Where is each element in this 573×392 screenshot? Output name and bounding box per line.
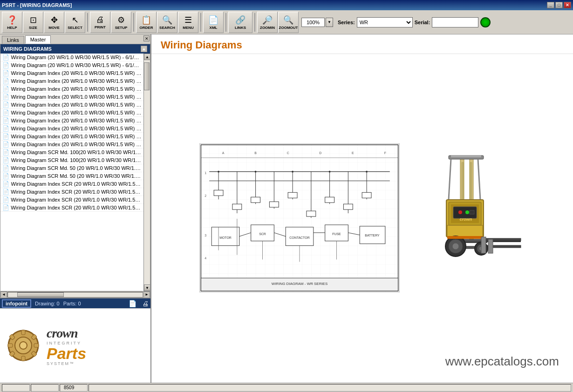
tree-item[interactable]: 📄Wiring Diagram Index (20 WR/1.0 WR/30 W… xyxy=(0,109,143,117)
size-button[interactable]: ⊡ SIZE xyxy=(23,12,43,33)
tree-item[interactable]: 📄Wiring Diagram SCR Md. 100(20 WR/1.0 WR… xyxy=(0,156,143,164)
tree-item[interactable]: 📄Wiring Diagram Index SCR (20 WR/1.0 WR/… xyxy=(0,196,143,204)
series-select[interactable]: WR xyxy=(357,17,413,27)
tree-inner: 📄Wiring Diagram (20 WR/1.0 WR/30 WR/1.5 … xyxy=(0,54,150,291)
left-panel: Links Master ✕ WIRING DIAGRAMS ▲ 📄Wiring… xyxy=(0,34,151,383)
xml-button[interactable]: 📄 XML xyxy=(203,12,224,33)
zoomout-button[interactable]: 🔍 ZOOMOUT xyxy=(278,12,299,33)
hscroll-left-arrow[interactable]: ◄ xyxy=(0,291,7,298)
go-button[interactable] xyxy=(480,17,491,27)
tab-master[interactable]: Master xyxy=(25,35,51,44)
serial-input[interactable] xyxy=(432,17,478,27)
tree-item-label: Wiring Diagram Index (20 WR/1.0 WR/30 WR… xyxy=(11,126,142,131)
tab-row: Links Master ✕ xyxy=(0,34,150,44)
tree-item-icon: 📄 xyxy=(2,204,9,211)
tree-vertical-scrollbar[interactable]: ▲ ▼ xyxy=(143,54,150,291)
tree-item[interactable]: 📄Wiring Diagram Index (20 WR/1.0 WR/30 W… xyxy=(0,93,143,101)
tree-item[interactable]: 📄Wiring Diagram Index (20 WR/1.0 WR/30 W… xyxy=(0,141,143,149)
tree-item[interactable]: 📄Wiring Diagram Index SCR (20 WR/1.0 WR/… xyxy=(0,204,143,212)
svg-text:crown: crown xyxy=(459,217,472,222)
print-info-icon[interactable]: 🖨 xyxy=(142,300,149,307)
tab-close-button[interactable]: ✕ xyxy=(143,35,150,41)
svg-text:4: 4 xyxy=(205,257,206,260)
help-button[interactable]: ❓ HELP xyxy=(2,12,22,33)
tree-item-icon: 📄 xyxy=(2,62,9,68)
zoom-dropdown-button[interactable]: ▼ xyxy=(326,18,333,27)
close-button[interactable]: ✕ xyxy=(564,2,571,8)
move-button[interactable]: ✥ MOVE xyxy=(44,12,64,33)
content-panel: Wiring Diagrams xyxy=(151,34,573,383)
tree-header: WIRING DIAGRAMS ▲ xyxy=(0,44,150,54)
series-control: Series: WR Serial: xyxy=(338,17,491,27)
blueprint-diagram: WIRING DIAGRAM - WR SERIES A B C D E F xyxy=(199,143,400,293)
tree-item-label: Wiring Diagram SCR Md. 50 (20 WR/1.0 WR/… xyxy=(11,165,142,171)
svg-rect-100 xyxy=(481,237,486,253)
zoomin-label: ZOOMIN xyxy=(260,26,275,30)
toolbar-group-6: 🔎 ZOOMIN 🔍 ZOOMOUT xyxy=(257,12,299,33)
tree-scroll-up-button[interactable]: ▲ xyxy=(141,46,147,52)
order-button[interactable]: 📋 ORDER xyxy=(136,12,157,33)
hscroll-thumb[interactable] xyxy=(17,292,64,297)
tree-item-label: Wiring Diagram Index (20 WR/1.0 WR/30 WR… xyxy=(11,134,142,139)
tree-item[interactable]: 📄Wiring Diagram Index (20 WR/1.0 WR/30 W… xyxy=(0,85,143,93)
zoomin-button[interactable]: 🔎 ZOOMIN xyxy=(257,12,278,33)
svg-text:WIRING DIAGRAM - WR SERIES: WIRING DIAGRAM - WR SERIES xyxy=(271,282,327,286)
tree-item[interactable]: 📄Wiring Diagram Index (20 WR/1.0 WR/30 W… xyxy=(0,117,143,125)
toolbar-group-2: 🖨 PRINT ⚙ SETUP xyxy=(90,12,131,33)
zoomout-icon: 🔍 xyxy=(283,15,293,25)
vscroll-down-arrow[interactable]: ▼ xyxy=(144,284,150,291)
minimize-button[interactable]: _ xyxy=(547,2,554,8)
select-button[interactable]: ↖ SELECT xyxy=(65,12,85,33)
toolbar-separator-1 xyxy=(87,13,88,32)
svg-rect-35 xyxy=(251,197,260,203)
search-button[interactable]: 🔍 SEARCH xyxy=(157,12,177,33)
hscroll-right-arrow[interactable]: ► xyxy=(143,291,150,298)
tree-item[interactable]: 📄Wiring Diagram (20 WR/1.0 WR/30 WR/1.5 … xyxy=(0,61,143,69)
tree-item[interactable]: 📄Wiring Diagram Index (20 WR/1.0 WR/30 W… xyxy=(0,133,143,141)
xml-icon: 📄 xyxy=(208,15,218,25)
gear-icon xyxy=(7,329,40,363)
menu-label: MENU xyxy=(183,26,194,30)
order-icon: 📋 xyxy=(141,15,151,25)
export-icon[interactable]: 📄 xyxy=(129,300,136,307)
search-icon: 🔍 xyxy=(162,15,172,25)
tree-item[interactable]: 📄Wiring Diagram SCR Md. 100(20 WR/1.0 WR… xyxy=(0,149,143,156)
tree-item[interactable]: 📄Wiring Diagram Index SCR (20 WR/1.0 WR/… xyxy=(0,180,143,188)
tree-item[interactable]: 📄Wiring Diagram SCR Md. 50 (20 WR/1.0 WR… xyxy=(0,164,143,172)
links-button[interactable]: 🔗 LINKS xyxy=(228,12,252,33)
svg-text:F: F xyxy=(384,151,386,155)
xml-label: XML xyxy=(210,26,218,30)
tree-item[interactable]: 📄Wiring Diagram Index (20 WR/1.0 WR/30 W… xyxy=(0,77,143,85)
title-controls[interactable]: _ □ ✕ xyxy=(547,2,571,8)
tree-item[interactable]: 📄Wiring Diagram Index (20 WR/1.0 WR/30 W… xyxy=(0,101,143,109)
svg-point-89 xyxy=(465,210,469,214)
tree-item[interactable]: 📄Wiring Diagram Index (20 WR/1.0 WR/30 W… xyxy=(0,69,143,77)
svg-point-56 xyxy=(218,171,219,173)
toolbar-group-1: ❓ HELP ⊡ SIZE ✥ MOVE ↖ SELECT xyxy=(2,12,85,33)
tab-links[interactable]: Links xyxy=(2,36,24,44)
maximize-button[interactable]: □ xyxy=(555,2,563,8)
tree-item[interactable]: 📄Wiring Diagram SCR Md. 50 (20 WR/1.0 WR… xyxy=(0,172,143,180)
tree-item-icon: 📄 xyxy=(2,189,9,195)
print-button[interactable]: 🖨 PRINT xyxy=(90,12,110,33)
status-segment-empty-3 xyxy=(89,384,571,392)
zoom-input[interactable] xyxy=(301,18,325,27)
infopoint-panel: infopoint Drawing: 0 Parts: 0 📄 🖨 xyxy=(0,298,150,308)
tree-horizontal-scrollbar[interactable]: ◄ ► xyxy=(0,291,150,297)
tree-item[interactable]: 📄Wiring Diagram (20 WR/1.0 WR/30 WR/1.5 … xyxy=(0,54,143,61)
tree-item-icon: 📄 xyxy=(2,78,9,84)
serial-label: Serial: xyxy=(415,20,430,25)
vscroll-up-arrow[interactable]: ▲ xyxy=(144,54,150,60)
svg-text:1: 1 xyxy=(205,171,206,175)
toolbar-separator-2 xyxy=(133,13,134,32)
tree-item-icon: 📄 xyxy=(2,94,9,100)
parts-text: Parts xyxy=(47,345,86,361)
menu-button[interactable]: ☰ MENU xyxy=(178,12,198,33)
tree-item[interactable]: 📄Wiring Diagram Index (20 WR/1.0 WR/30 W… xyxy=(0,125,143,133)
vscroll-thumb[interactable] xyxy=(144,62,150,90)
tree-item-icon: 📄 xyxy=(2,54,9,61)
toolbar-group-5: 🔗 LINKS xyxy=(228,12,252,33)
setup-button[interactable]: ⚙ SETUP xyxy=(111,12,131,33)
tree-item-icon: 📄 xyxy=(2,165,9,171)
tree-item[interactable]: 📄Wiring Diagram Index SCR (20 WR/1.0 WR/… xyxy=(0,188,143,196)
